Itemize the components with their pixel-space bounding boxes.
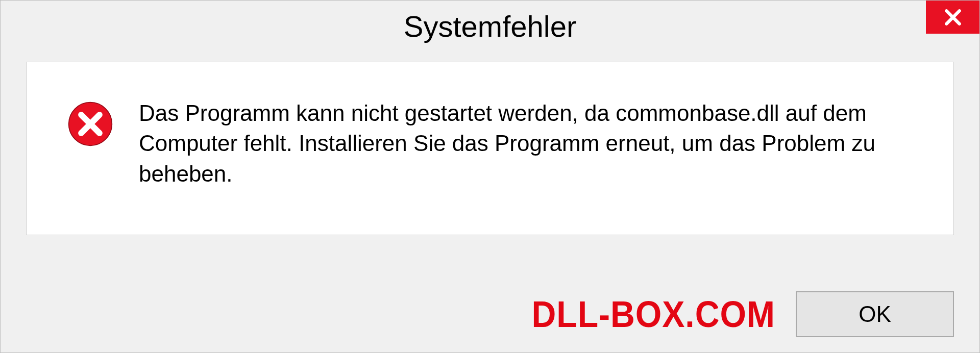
title-bar: Systemfehler: [1, 1, 979, 52]
close-icon: [943, 8, 963, 27]
dialog-title: Systemfehler: [404, 9, 576, 43]
content-panel: Das Programm kann nicht gestartet werden…: [26, 62, 954, 235]
error-icon: [67, 101, 113, 147]
watermark-text: DLL-BOX.COM: [532, 293, 775, 335]
error-message: Das Programm kann nicht gestartet werden…: [139, 98, 933, 189]
ok-button[interactable]: OK: [796, 291, 954, 337]
dialog-footer: DLL-BOX.COM OK: [26, 291, 954, 337]
close-button[interactable]: [926, 1, 979, 34]
